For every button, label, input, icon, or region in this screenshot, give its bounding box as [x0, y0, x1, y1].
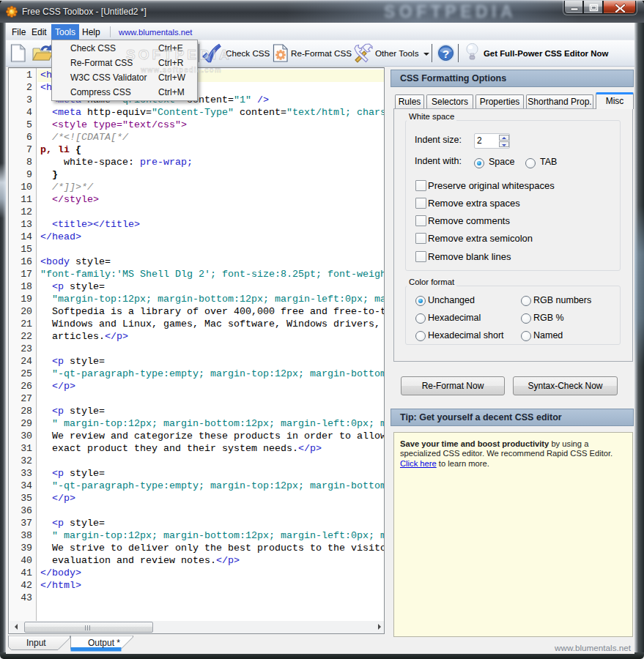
- svg-text:Input: Input: [26, 638, 46, 648]
- svg-text:?: ?: [443, 48, 449, 60]
- svg-text:Output *: Output *: [88, 638, 120, 648]
